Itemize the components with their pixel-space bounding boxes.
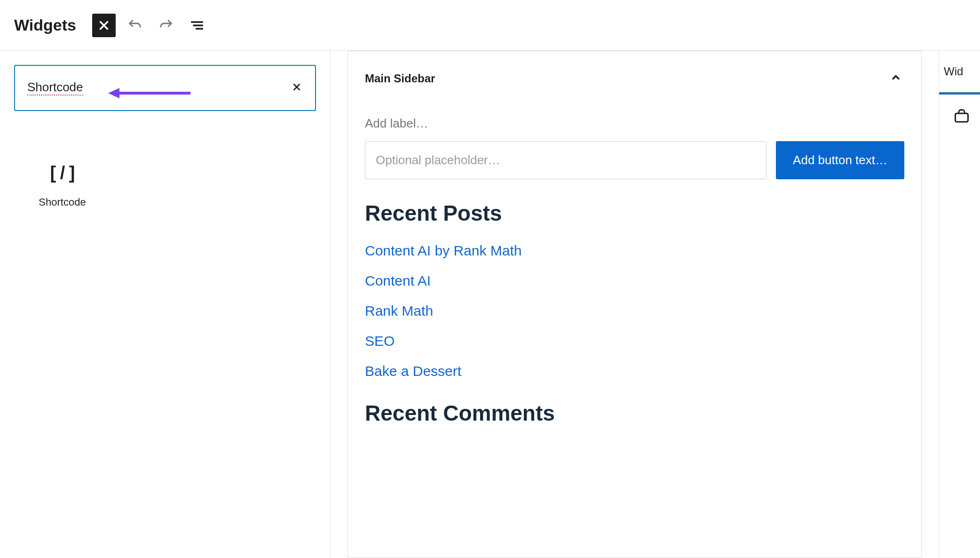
list-view-button[interactable] (185, 14, 209, 37)
collapse-area-button[interactable] (887, 69, 904, 88)
recent-posts-list: Content AI by Rank Math Content AI Rank … (365, 243, 904, 379)
list-item: Bake a Dessert (365, 363, 904, 379)
close-icon (96, 17, 112, 33)
tab-widget-area[interactable]: Wid (939, 51, 980, 95)
post-link[interactable]: Content AI by Rank Math (365, 243, 522, 258)
list-item: Content AI (365, 273, 904, 289)
list-item: Rank Math (365, 303, 904, 319)
post-link[interactable]: Bake a Dessert (365, 363, 461, 379)
post-link[interactable]: Rank Math (365, 303, 433, 319)
post-link[interactable]: Content AI (365, 273, 431, 288)
block-inserter-panel: Shortcode [ / ] Shortcode (0, 51, 330, 558)
briefcase-icon (953, 108, 970, 125)
undo-button[interactable] (123, 14, 147, 37)
toolbar: Widgets (0, 0, 980, 51)
undo-icon (127, 17, 143, 33)
settings-sidebar: Wid (939, 51, 980, 558)
block-result-label: Shortcode (26, 196, 99, 208)
search-label-input[interactable]: Add label… (365, 116, 904, 131)
widget-area-main-sidebar: Main Sidebar Add label… Add button text…… (348, 51, 922, 558)
page-title: Widgets (14, 16, 76, 34)
recent-posts-heading: Recent Posts (365, 200, 904, 226)
search-placeholder-input[interactable] (376, 153, 756, 167)
search-button-text[interactable]: Add button text… (776, 141, 904, 179)
shortcode-icon: [ / ] (26, 163, 99, 183)
list-item: Content AI by Rank Math (365, 243, 904, 259)
close-icon (291, 81, 303, 93)
search-input-container[interactable]: Shortcode (14, 65, 316, 111)
search-placeholder-input-wrapper[interactable] (365, 141, 767, 179)
sidebar-slot-button[interactable] (939, 98, 980, 127)
list-view-icon (189, 17, 205, 33)
chevron-up-icon (889, 71, 902, 84)
widget-area-title: Main Sidebar (365, 72, 435, 85)
widget-editor: Main Sidebar Add label… Add button text…… (330, 51, 939, 558)
redo-icon (158, 17, 174, 33)
recent-comments-heading: Recent Comments (365, 400, 904, 426)
redo-button[interactable] (154, 14, 178, 37)
block-result-shortcode[interactable]: [ / ] Shortcode (26, 163, 99, 208)
list-item: SEO (365, 333, 904, 349)
post-link[interactable]: SEO (365, 333, 395, 349)
search-input-value: Shortcode (27, 81, 83, 96)
svg-rect-9 (956, 113, 968, 122)
close-inserter-button[interactable] (92, 14, 116, 37)
clear-search-button[interactable] (287, 76, 307, 101)
